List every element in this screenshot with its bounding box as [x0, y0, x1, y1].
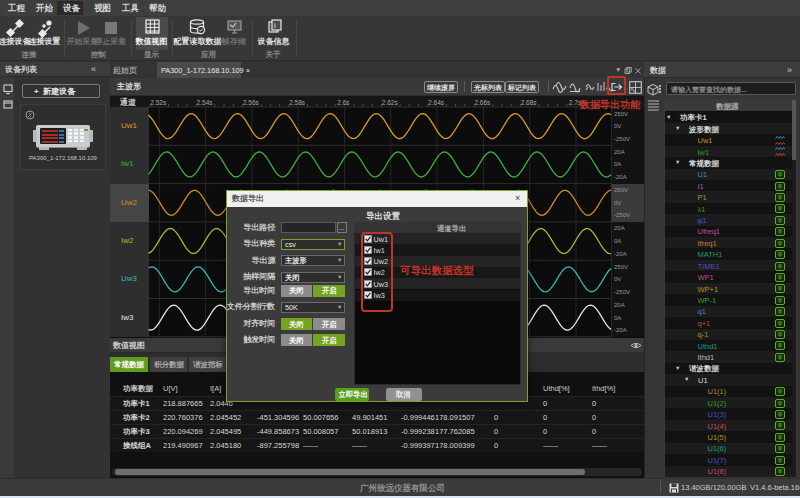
svg-text:i: i — [274, 21, 276, 30]
